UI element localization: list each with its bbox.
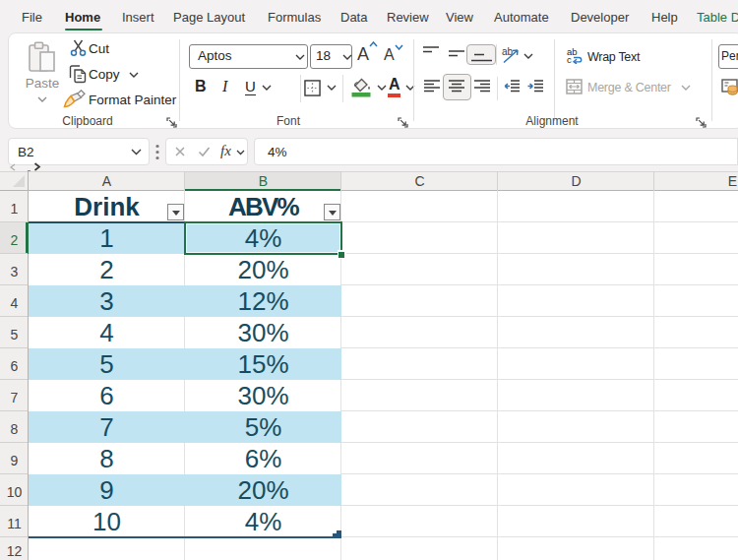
svg-text:c: c [567, 54, 572, 64]
